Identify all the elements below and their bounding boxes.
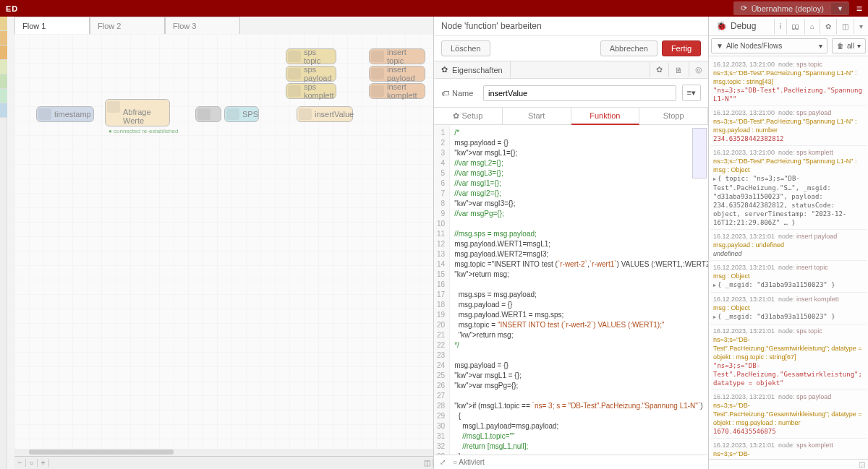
sb-help-icon[interactable]: 🕮 <box>786 19 804 34</box>
menu-icon[interactable]: ≡ <box>856 3 862 14</box>
trash-icon: 🗑 <box>837 42 844 50</box>
sb-debug-icon[interactable]: ⌂ <box>804 19 820 34</box>
flow-tab-1[interactable]: Flow 1 <box>14 17 90 34</box>
debug-messages[interactable]: 16.12.2023, 13:21:00 node: sps topicns=3… <box>709 56 868 459</box>
editor-title: Node 'function' bearbeiten <box>434 17 708 36</box>
name-label: 🏷Name <box>441 89 477 98</box>
cancel-button[interactable]: Abbrechen <box>600 40 658 56</box>
gear-icon: ✿ <box>453 111 459 120</box>
debug-title: 🐞Debug <box>709 17 774 35</box>
name-input[interactable] <box>483 85 676 101</box>
node-status: ● connected re-established <box>109 128 178 134</box>
flow-tab-3[interactable]: Flow 3 <box>165 17 240 34</box>
canvas-scrollbar[interactable] <box>14 449 433 456</box>
node-sps[interactable]: SPS <box>224 106 259 122</box>
node-link[interactable] <box>195 106 221 122</box>
filter-all[interactable]: 🗑all▾ <box>832 38 866 53</box>
zoom-in[interactable]: + <box>38 459 49 467</box>
expand-icon[interactable]: ⤢ <box>440 458 446 466</box>
flow-tab-2[interactable]: Flow 2 <box>90 17 165 34</box>
deploy-group: ⟳Übernahme (deploy) ▼ <box>733 1 849 15</box>
tab-setup[interactable]: ✿ Setup <box>434 108 503 124</box>
node-sps-komplett[interactable]: sps komplett <box>286 83 336 99</box>
done-button[interactable]: Fertig <box>662 40 701 56</box>
app-header: ED ⟳Übernahme (deploy) ▼ ≡ <box>0 0 868 17</box>
name-menu[interactable]: ≡▾ <box>682 85 701 101</box>
code-minimap[interactable] <box>692 128 707 178</box>
filter-nodes[interactable]: ▼Alle Nodes/Flows▾ <box>711 38 827 53</box>
node-editor: Node 'function' bearbeiten Löschen Abbre… <box>434 17 709 469</box>
node-insert-payload[interactable]: insert payload <box>369 66 425 82</box>
deploy-caret[interactable]: ▼ <box>831 3 849 14</box>
debug-sidebar: 🐞Debug i 🕮 ⌂ ✿ ◫ ▾ ▼Alle Nodes/Flows▾ 🗑a… <box>709 17 868 469</box>
appearance-icon[interactable]: ✿ <box>650 62 668 77</box>
node-timestamp[interactable]: timestamp <box>36 106 94 122</box>
gear-icon: ✿ <box>441 65 448 74</box>
filter-icon: ▼ <box>716 42 723 50</box>
open-window-icon[interactable]: ◲ <box>859 460 865 468</box>
delete-button[interactable]: Löschen <box>441 40 490 56</box>
info-icon[interactable]: ◎ <box>689 62 708 77</box>
tag-icon: 🏷 <box>441 89 449 98</box>
palette-edge[interactable] <box>0 17 7 469</box>
sb-config-icon[interactable]: ✿ <box>820 19 836 34</box>
enabled-toggle[interactable]: ○ Aktiviert <box>453 458 485 466</box>
node-abfrage[interactable]: Abfrage Werte <box>105 99 170 126</box>
flow-tabs: Flow 1 Flow 2 Flow 3 <box>14 17 240 34</box>
flow-canvas[interactable]: timestamp Abfrage Werte ● connected re-e… <box>14 34 433 455</box>
canvas-footer: − ○ + ◫ <box>14 456 433 469</box>
logo: ED <box>6 4 18 13</box>
tab-stop[interactable]: Stopp <box>639 108 708 124</box>
code-editor[interactable]: 1234567891011121314151617181920212223242… <box>434 125 708 455</box>
bug-icon: 🐞 <box>716 21 727 31</box>
node-insert-topic[interactable]: insert topic <box>369 48 425 64</box>
desc-icon[interactable]: 🗎 <box>668 63 689 77</box>
sidebar-footer: ◲ <box>709 459 868 469</box>
sb-context-icon[interactable]: ◫ <box>836 19 854 34</box>
deploy-button[interactable]: ⟳Übernahme (deploy) <box>733 1 831 15</box>
node-insert-komplett[interactable]: insert komplett <box>369 83 425 99</box>
sb-info-icon[interactable]: i <box>774 19 786 34</box>
sb-caret-icon[interactable]: ▾ <box>854 19 868 34</box>
node-sps-payload[interactable]: sps payload <box>286 66 336 82</box>
node-sps-topic[interactable]: sps topic <box>286 48 336 64</box>
nav-icon[interactable]: ◫ <box>422 459 433 467</box>
node-insertvalue[interactable]: insertValue <box>297 106 353 122</box>
tab-start[interactable]: Start <box>503 108 571 124</box>
tab-function[interactable]: Funktion <box>571 108 640 125</box>
flow-canvas-area: Flow 1 Flow 2 Flow 3 timestamp Abfrage W… <box>0 17 434 469</box>
zoom-out[interactable]: − <box>14 459 26 467</box>
properties-tab[interactable]: ✿Eigenschaften <box>434 61 511 78</box>
zoom-reset[interactable]: ○ <box>26 459 38 467</box>
